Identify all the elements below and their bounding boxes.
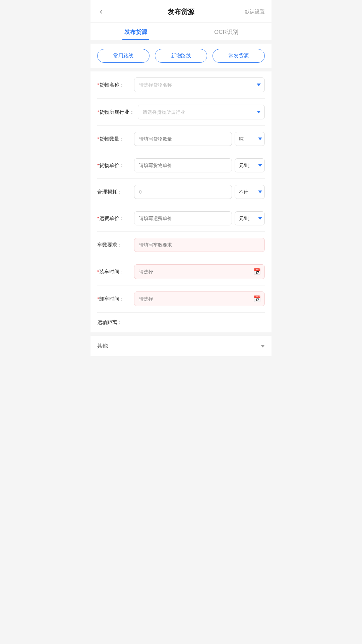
quick-buttons-bar: 常用路线 新增路线 常发货源 [90,44,272,68]
freight-price-split: 元/吨 [134,211,265,225]
reasonable-loss-input[interactable] [134,185,232,199]
page-header: ‹ 发布货源 默认设置 [90,0,272,22]
cargo-industry-label: *货物所属行业： [97,109,134,115]
tab-bar: 发布货源 OCR识别 [90,23,272,40]
cargo-quantity-unit-wrapper: 吨 [235,132,265,146]
car-count-input[interactable] [134,238,265,252]
other-section: 其他 [90,336,272,356]
cargo-name-select-wrapper: 请选择货物名称 [134,77,265,92]
freight-price-row: *运费单价： 元/吨 [97,205,265,232]
reasonable-loss-row: 合理损耗： 不计 计 [97,179,265,205]
load-time-row: *装车时间： 📅 [97,258,265,285]
cargo-price-unit-wrapper: 元/吨 [235,158,265,172]
unload-time-input-wrapper: 📅 [134,291,265,306]
car-count-label: 车数要求： [97,242,131,248]
cargo-quantity-unit-select[interactable]: 吨 [235,132,265,146]
reasonable-loss-unit-select[interactable]: 不计 计 [235,185,265,199]
cargo-name-label: *货物名称： [97,82,131,88]
transport-distance-label: 运输距离： [97,319,131,326]
cargo-name-select[interactable]: 请选择货物名称 [134,77,265,92]
unload-time-input[interactable] [134,291,265,306]
other-label: 其他 [97,342,108,350]
cargo-price-row: *货物单价： 元/吨 [97,152,265,179]
cargo-price-split: 元/吨 [134,158,265,172]
back-button[interactable]: ‹ [97,6,105,17]
unload-time-label: *卸车时间： [97,296,131,302]
freight-price-unit-select[interactable]: 元/吨 [235,211,265,225]
freight-price-input[interactable] [134,211,232,225]
tab-publish[interactable]: 发布货源 [90,23,181,40]
reasonable-loss-unit-wrapper: 不计 计 [235,185,265,199]
tab-ocr[interactable]: OCR识别 [181,23,272,40]
cargo-price-label: *货物单价： [97,162,131,169]
reasonable-loss-label: 合理损耗： [97,189,131,195]
cargo-name-row: *货物名称： 请选择货物名称 [97,71,265,99]
other-chevron-down-icon [261,345,265,347]
common-route-button[interactable]: 常用路线 [97,49,149,63]
other-header[interactable]: 其他 [97,336,265,356]
load-time-label: *装车时间： [97,269,131,275]
add-route-button[interactable]: 新增路线 [155,49,207,63]
cargo-price-input[interactable] [134,158,232,172]
common-cargo-button[interactable]: 常发货源 [213,49,265,63]
load-time-input-wrapper: 📅 [134,264,265,279]
transport-distance-row: 运输距离： [97,313,265,332]
cargo-industry-select-wrapper: 请选择货物所属行业 [138,105,265,119]
cargo-quantity-label: *货物数量： [97,136,131,142]
page-title: 发布货源 [168,7,194,16]
default-settings-button[interactable]: 默认设置 [245,9,265,15]
cargo-quantity-input[interactable] [134,132,232,146]
freight-price-unit-wrapper: 元/吨 [235,211,265,225]
reasonable-loss-split: 不计 计 [134,185,265,199]
cargo-price-unit-select[interactable]: 元/吨 [235,158,265,172]
cargo-quantity-split: 吨 [134,132,265,146]
cargo-industry-row: *货物所属行业： 请选择货物所属行业 [97,99,265,126]
car-count-row: 车数要求： [97,232,265,258]
load-time-input[interactable] [134,264,265,279]
form-section: *货物名称： 请选择货物名称 *货物所属行业： 请选择货物所属行业 *货物数量： [90,71,272,332]
cargo-industry-select[interactable]: 请选择货物所属行业 [138,105,265,119]
freight-price-label: *运费单价： [97,215,131,222]
cargo-quantity-row: *货物数量： 吨 [97,126,265,152]
unload-time-row: *卸车时间： 📅 [97,285,265,313]
